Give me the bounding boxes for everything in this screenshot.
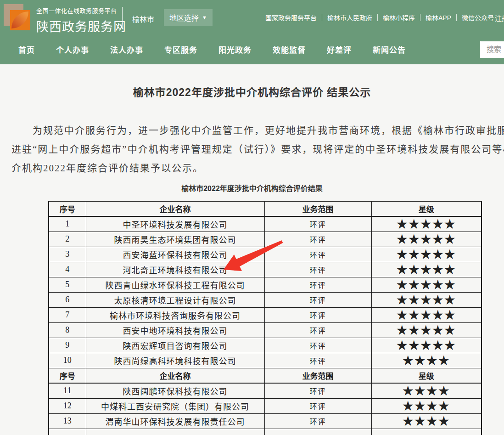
row-index-cell: 4 xyxy=(49,262,86,277)
table-row: 10陕西尚绿高科环境科技有限公司环评★★★★ xyxy=(49,353,482,368)
company-name-cell: 陕西青山绿水环保科技工程有限公司 xyxy=(86,277,264,292)
table-header-row: 序号企业名称业务范围星级 xyxy=(49,201,482,216)
nav-item-legal-services[interactable]: 法人办事 xyxy=(110,44,143,55)
paragraph-line: 进驻“网上中介服务超市”中介机构考评管理规定（试行）》要求，现将评定的中圣环境科… xyxy=(11,140,504,159)
platform-name: 全国一体化在线政务服务平台 xyxy=(36,6,126,15)
table-header-row: 序号企业名称业务范围星级 xyxy=(49,368,482,383)
row-index-cell: 2 xyxy=(49,232,86,247)
star-rating-cell: ★★★★★ xyxy=(371,262,482,277)
announcement-page: 榆林市2022年度涉批中介机构综合评价 结果公示 为规范中介服务行为，进一步强化… xyxy=(0,64,504,435)
logo-leaf-shape xyxy=(11,11,28,28)
chevron-down-icon: ▼ xyxy=(202,15,207,20)
top-links: 国家政务服务平台榆林市人民政府榆林小程序榆林APP微信公众号 xyxy=(265,0,494,34)
top-header: 全国一体化在线政务服务平台 陕西政务服务网 榆林市 地区选择 ▼ 国家政务服务平… xyxy=(0,0,504,34)
region-select-button[interactable]: 地区选择 ▼ xyxy=(164,9,213,26)
nav-item-zone-services[interactable]: 专区服务 xyxy=(164,44,197,55)
star-rating-cell: ★★★★ xyxy=(371,383,482,398)
paragraph-line: 为规范中介服务行为，进一步强化中介监管工作，更好地提升我市营商环境，根据《榆林市… xyxy=(11,121,504,140)
table-caption: 榆林市2022年度涉批中介机构综合评价结果 xyxy=(0,182,504,193)
region-select-label: 地区选择 xyxy=(169,12,199,23)
nav-item-rating[interactable]: 好差评 xyxy=(327,44,352,55)
table-row: 6太原核清环境工程设计有限公司环评★★★★★ xyxy=(49,292,482,307)
business-scope-cell: 环评 xyxy=(264,292,371,307)
link-national-platform[interactable]: 国家政务服务平台 xyxy=(265,13,317,22)
table-row: 3西安海蓝环保科技有限公司环评★★★★★ xyxy=(49,247,482,262)
row-index-cell: 3 xyxy=(49,247,86,262)
table-row: 13渭南华山环保科技发展有限责任公司环评★★★★ xyxy=(49,413,482,429)
link-wechat[interactable]: 微信公众号 xyxy=(462,13,494,22)
star-rating-cell: ★★★★ xyxy=(371,353,482,368)
nav-item-home[interactable]: 首页 xyxy=(18,44,35,55)
nav-items: 首页个人办事法人办事专区服务阳光政务效能监督好差评新闻公告 xyxy=(0,34,504,64)
announcement-paragraph: 为规范中介服务行为，进一步强化中介监管工作，更好地提升我市营商环境，根据《榆林市… xyxy=(11,121,504,178)
star-rating-cell: ★★★★★ xyxy=(371,232,482,247)
business-scope-cell: 环评 xyxy=(264,338,371,353)
top-link-separator xyxy=(377,14,378,21)
star-rating-cell: ★★★★ xyxy=(371,413,482,429)
nav-item-personal-services[interactable]: 个人办事 xyxy=(56,44,89,55)
col-header-company-name: 企业名称 xyxy=(86,368,264,383)
row-index-cell: 5 xyxy=(49,277,86,292)
business-scope-cell: 环评 xyxy=(264,353,371,368)
business-scope-cell: 环评 xyxy=(264,383,371,398)
company-name-cell: 榆林市环境科技咨询服务有限公司 xyxy=(86,307,264,322)
table-row: 12中煤科工西安研究院（集团）有限公司环评★★★★ xyxy=(49,398,482,413)
nav-item-news[interactable]: 新闻公告 xyxy=(373,44,406,55)
company-name-cell: 陕西雨昊生态环境集团有限公司 xyxy=(86,232,264,247)
link-yulin-gov[interactable]: 榆林市人民政府 xyxy=(327,13,372,22)
site-name: 陕西政务服务网 xyxy=(36,17,126,35)
link-yulin-miniprogram[interactable]: 榆林小程序 xyxy=(383,13,415,22)
logo-front-square xyxy=(10,10,30,30)
row-index-cell: 8 xyxy=(49,322,86,338)
row-index-cell: 9 xyxy=(49,338,86,353)
paragraph-line: 介机构2022年度综合评价结果予以公示。 xyxy=(11,159,504,178)
company-name-cell: 中煤科工西安研究院（集团）有限公司 xyxy=(86,398,264,413)
row-index-cell: 13 xyxy=(49,413,86,429)
main-navbar: 首页个人办事法人办事专区服务阳光政务效能监督好差评新闻公告 xyxy=(0,34,504,64)
brand-block: 全国一体化在线政务服务平台 陕西政务服务网 xyxy=(36,6,126,35)
table-row: 1中圣环境科技发展有限公司环评★★★★★ xyxy=(49,216,482,232)
empty-cell xyxy=(49,429,86,435)
star-rating-cell: ★★★★★ xyxy=(371,247,482,262)
table-row: 8西安中地环境科技有限公司环评★★★★★ xyxy=(49,322,482,338)
business-scope-cell: 环评 xyxy=(264,307,371,322)
business-scope-cell: 环评 xyxy=(264,398,371,413)
empty-cell xyxy=(371,429,482,435)
star-rating-cell: ★★★★★ xyxy=(371,216,482,232)
company-name-cell: 中圣环境科技发展有限公司 xyxy=(86,216,264,232)
col-header-business-scope: 业务范围 xyxy=(264,368,371,383)
company-name-cell: 西安海蓝环保科技有限公司 xyxy=(86,247,264,262)
business-scope-cell: 环评 xyxy=(264,413,371,429)
nav-item-efficiency-supervision[interactable]: 效能监督 xyxy=(273,44,306,55)
current-city-label: 榆林市 xyxy=(132,13,154,24)
nav-item-sunshine-gov[interactable]: 阳光政务 xyxy=(218,44,252,55)
company-name-cell: 西安中地环境科技有限公司 xyxy=(86,322,264,338)
row-index-cell: 11 xyxy=(49,383,86,398)
col-header-business-scope: 业务范围 xyxy=(264,201,371,216)
business-scope-cell: 环评 xyxy=(264,322,371,338)
row-index-cell: 6 xyxy=(49,292,86,307)
col-header-star-rating: 星级 xyxy=(371,201,482,216)
company-name-cell: 陕西宏辉项目咨询有限公司 xyxy=(86,338,264,353)
business-scope-cell: 环评 xyxy=(264,247,371,262)
table-row: 7榆林市环境科技咨询服务有限公司环评★★★★★ xyxy=(49,307,482,322)
star-rating-cell: ★★★★★ xyxy=(371,292,482,307)
table-row-partial xyxy=(49,429,482,435)
star-rating-cell: ★★★★★ xyxy=(371,277,482,292)
col-header-index: 序号 xyxy=(49,201,86,216)
star-rating-cell: ★★★★★ xyxy=(371,307,482,322)
empty-cell xyxy=(264,429,371,435)
register-link[interactable]: 注册 xyxy=(495,13,504,23)
business-scope-cell: 环评 xyxy=(264,216,371,232)
star-rating-cell: ★★★★ xyxy=(371,398,482,413)
row-index-cell: 10 xyxy=(49,353,86,368)
star-rating-cell: ★★★★★ xyxy=(371,338,482,353)
top-link-separator xyxy=(420,14,420,21)
search-input[interactable] xyxy=(480,41,504,58)
site-logo-icon xyxy=(4,4,30,30)
business-scope-cell: 环评 xyxy=(264,232,371,247)
col-header-star-rating: 星级 xyxy=(371,368,482,383)
table-row: 9陕西宏辉项目咨询有限公司环评★★★★★ xyxy=(49,338,482,353)
link-yulin-app[interactable]: 榆林APP xyxy=(426,13,451,22)
business-scope-cell: 环评 xyxy=(264,277,371,292)
